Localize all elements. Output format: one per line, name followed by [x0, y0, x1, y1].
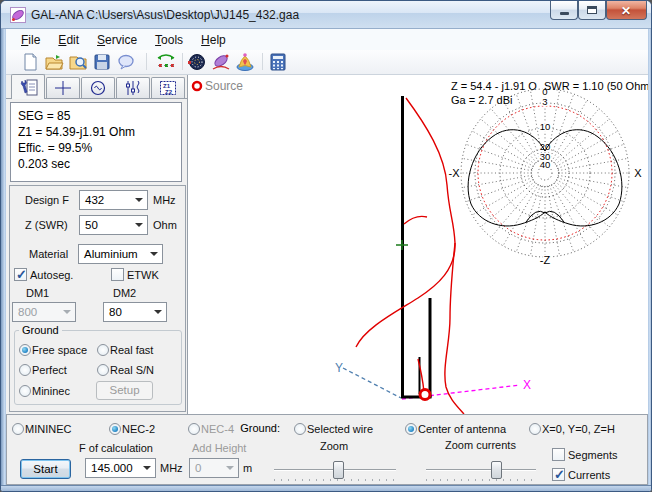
- zoom-currents-label: Zoom currents: [445, 439, 516, 451]
- polar-spoke: [553, 109, 599, 163]
- etwk-checkbox[interactable]: [111, 268, 124, 281]
- polar-spoke: [491, 109, 537, 163]
- polar-pattern-icon[interactable]: [187, 52, 207, 72]
- calculator-icon[interactable]: [268, 52, 288, 72]
- chevron-down-icon[interactable]: [132, 192, 146, 208]
- polar-axis-label: X: [634, 167, 642, 179]
- start-button[interactable]: Start: [20, 459, 71, 479]
- ground-title: Ground: [19, 324, 62, 336]
- current-distribution-curves: [356, 98, 464, 414]
- toolbar-separator: [262, 53, 263, 70]
- view-radio-selected-wire[interactable]: [294, 423, 306, 435]
- source-legend-icon: [193, 82, 201, 90]
- new-file-icon[interactable]: [20, 52, 40, 72]
- polar-ring-label: 3: [542, 96, 547, 107]
- f-calculation-unit: MHz: [160, 462, 183, 474]
- tab-tuning[interactable]: [116, 77, 150, 98]
- maximize-icon: [587, 6, 597, 14]
- f-calculation-combo[interactable]: 145.000: [85, 458, 156, 478]
- ground-radio-free-space[interactable]: [19, 344, 31, 356]
- menu-help[interactable]: Help: [192, 31, 235, 49]
- autoseg-checkbox[interactable]: [14, 268, 27, 281]
- results-info-box: SEG = 85 Z1 = 54.39-j1.91 Ohm Effic. = 9…: [10, 102, 182, 182]
- segments-checkbox[interactable]: [552, 448, 565, 461]
- menu-tools[interactable]: Tools: [146, 31, 192, 49]
- zoom-currents-slider-track[interactable]: [426, 469, 536, 471]
- chevron-down-icon[interactable]: [140, 460, 154, 476]
- impedance-readout: Z = 54.4 - j1.91 O: [451, 80, 537, 92]
- pattern-3d-icon[interactable]: [235, 52, 255, 72]
- dm2-combo[interactable]: 80: [103, 302, 167, 322]
- material-combo[interactable]: Aluminium: [78, 244, 163, 264]
- etwk-label: ETWK: [127, 269, 159, 281]
- dm2-label: DM2: [113, 287, 136, 299]
- ground-radio-real-fast[interactable]: [97, 344, 109, 356]
- tab-source[interactable]: [81, 77, 115, 98]
- view-center-of-antenna-label: Center of antenna: [418, 423, 506, 435]
- ground-radio-mininec[interactable]: [19, 385, 31, 397]
- ground-radio-real-sn[interactable]: [97, 364, 109, 376]
- engine-nec2-label: NEC-2: [122, 423, 155, 435]
- y-axis-label: Y: [335, 361, 343, 375]
- tab-settings[interactable]: [11, 74, 45, 99]
- menu-file[interactable]: File: [12, 31, 49, 49]
- calculation-panel: MININEC NEC-2 NEC-4 Ground: Selected wir…: [6, 414, 648, 485]
- ground-caption-clipped: Ground:: [240, 422, 280, 436]
- z-swr-combo[interactable]: 50: [79, 215, 148, 235]
- zoom-currents-slider-thumb[interactable]: [491, 461, 502, 479]
- close-icon: ✕: [621, 4, 631, 18]
- engine-mininec-label: MININEC: [25, 423, 71, 435]
- tab-geometry[interactable]: [46, 77, 80, 98]
- title-bar[interactable]: GAL-ANA C:\Users\Asus\Desktop\J\J145_432…: [1, 1, 652, 29]
- engine-radio-nec2[interactable]: [109, 423, 121, 435]
- save-file-icon[interactable]: [92, 52, 112, 72]
- window-frame-right: [648, 29, 652, 485]
- ground-real-fast-label: Real fast: [110, 344, 153, 356]
- design-f-combo[interactable]: 432: [79, 190, 148, 210]
- engine-radio-mininec[interactable]: [12, 423, 24, 435]
- chevron-down-icon[interactable]: [147, 246, 161, 262]
- dm1-combo: 800: [12, 302, 76, 322]
- app-window: GAL-ANA C:\Users\Asus\Desktop\J\J145_432…: [0, 0, 652, 492]
- polar-axis-label: -X: [449, 167, 461, 179]
- ground-mininec-label: Mininec: [32, 385, 70, 397]
- segment-tick-icon: [396, 240, 408, 250]
- currents-checkbox[interactable]: [552, 468, 565, 481]
- zoom-slider-ticks: [274, 479, 398, 481]
- close-button[interactable]: ✕: [606, 1, 647, 20]
- antenna-drawing: Source 0310203040-XX-Z Y X: [188, 75, 649, 414]
- view-radio-center-of-antenna[interactable]: [405, 423, 417, 435]
- menu-edit[interactable]: Edit: [49, 31, 88, 49]
- minimize-icon: [560, 12, 569, 15]
- seg-value: SEG = 85: [18, 108, 174, 124]
- browse-file-icon[interactable]: [68, 52, 88, 72]
- sliders-icon: [124, 80, 142, 96]
- tab-impedance[interactable]: Z1 Z2: [151, 77, 185, 98]
- z1-label: Z1: [163, 83, 171, 89]
- antenna-view-canvas[interactable]: Source 0310203040-XX-Z Y X: [187, 75, 648, 414]
- autoseg-label: Autoseg.: [30, 269, 73, 281]
- chevron-down-icon[interactable]: [151, 304, 165, 320]
- polar-ring: [461, 89, 629, 257]
- comment-icon[interactable]: [116, 52, 136, 72]
- chevron-down-icon[interactable]: [132, 217, 146, 233]
- ground-radio-perfect[interactable]: [19, 364, 31, 376]
- f-calculation-label: F of calculation: [79, 442, 153, 454]
- view-radio-x0y0zh[interactable]: [529, 423, 541, 435]
- app-logo-icon: [10, 7, 26, 23]
- f-calculation-value: 145.000: [91, 462, 133, 474]
- pattern-2d-icon[interactable]: [211, 52, 231, 72]
- menu-service[interactable]: Service: [88, 31, 146, 49]
- source-marker[interactable]: [420, 390, 430, 400]
- add-height-label: Add Height: [192, 442, 246, 454]
- open-file-icon[interactable]: [44, 52, 64, 72]
- material-value: Aluminium: [84, 248, 138, 260]
- add-height-combo: 0: [189, 458, 239, 478]
- minimize-button[interactable]: [550, 1, 578, 20]
- optimize-icon[interactable]: [156, 52, 176, 72]
- zoom-slider-thumb[interactable]: [333, 461, 344, 479]
- ground-perfect-label: Perfect: [32, 364, 67, 376]
- y-axis-line: [343, 368, 401, 398]
- maximize-button[interactable]: [578, 1, 606, 20]
- design-f-label: Design F: [25, 194, 69, 206]
